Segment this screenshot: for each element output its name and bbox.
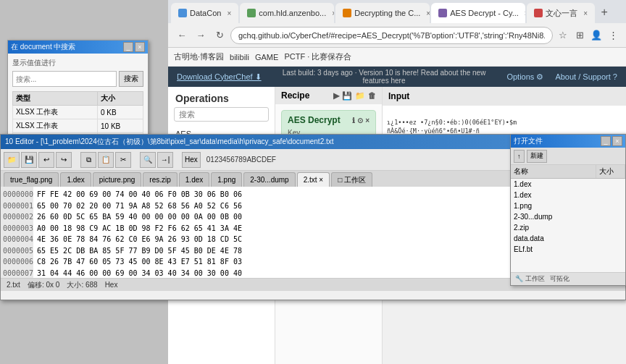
list-item[interactable]: 2-30...dump: [511, 211, 625, 222]
hex-tab-1dex[interactable]: 1.dex: [60, 172, 91, 187]
hex-tab-2txt[interactable]: 2.txt ×: [297, 172, 330, 187]
hex-status-encoding: Hex: [105, 281, 118, 289]
files-up-btn[interactable]: ↑: [514, 150, 525, 163]
tab-close-wenxin[interactable]: ×: [583, 9, 588, 17]
hex-find-btn[interactable]: 🔍: [140, 152, 156, 168]
hex-cut-btn[interactable]: ✂: [115, 152, 131, 168]
settings-icon[interactable]: ⋮: [606, 28, 620, 43]
new-tab-btn[interactable]: +: [596, 4, 612, 20]
about-btn[interactable]: About / Support ?: [555, 72, 617, 81]
recipe-load-icon[interactable]: 📁: [355, 91, 365, 101]
recipe-play-icon[interactable]: ▶: [333, 91, 339, 101]
hex-goto-btn[interactable]: →|: [157, 152, 173, 168]
doc-search-close[interactable]: ×: [135, 42, 145, 52]
col-type: 类型: [13, 92, 98, 106]
cell-size: 10 KB: [98, 119, 143, 133]
bookmark-gumingdi[interactable]: 古明地·博客园: [174, 51, 224, 62]
hex-undo-btn[interactable]: ↩: [38, 152, 54, 168]
files-col-size: 大小: [596, 165, 625, 178]
table-row[interactable]: XLSX 工作表 10 KB: [13, 119, 143, 133]
recipe-card-disable[interactable]: ⊙: [357, 117, 363, 124]
tab-close-datacon[interactable]: ×: [227, 9, 231, 17]
hex-tab-1png[interactable]: 1.png: [211, 172, 242, 187]
list-item[interactable]: 1.dex: [511, 190, 625, 200]
toolbar-icons: ☆ ⊞ 👤 ⋮: [556, 28, 620, 43]
hex-copy-btn[interactable]: ⧉: [80, 152, 96, 168]
browser-tab-bar: DataCon × com.hld.anzenbo... × Decryptin…: [168, 0, 626, 23]
file-manager-titlebar: 打开文件 _ ×: [511, 135, 625, 148]
extensions-icon[interactable]: ⊞: [572, 28, 587, 43]
recipe-card-icons: ℹ ⊙ ×: [352, 117, 370, 124]
forward-btn[interactable]: →: [193, 27, 209, 43]
cyberchef-bar: Download CyberChef ⬇ Last build: 3 days …: [168, 67, 626, 87]
hex-redo-btn[interactable]: ↪: [56, 152, 72, 168]
recipe-card-remove[interactable]: ×: [365, 117, 370, 124]
tab-label-datacon: DataCon: [190, 9, 221, 17]
doc-search-btn[interactable]: 搜索: [119, 71, 143, 87]
profile-icon[interactable]: 👤: [589, 28, 604, 43]
tab-close-aes[interactable]: ×: [525, 9, 525, 17]
doc-search-controls: _ ×: [123, 42, 145, 52]
bookmark-bilibili[interactable]: bilibili: [230, 53, 249, 62]
hex-tab-dump[interactable]: 2-30...dump: [243, 172, 295, 187]
doc-search-hint: 显示值值进行: [12, 58, 143, 68]
doc-search-minimize[interactable]: _: [123, 42, 133, 52]
hex-tab-1dex2[interactable]: 1.dex: [179, 172, 209, 187]
browser-tab-anzenbo[interactable]: com.hld.anzenbo... ×: [240, 3, 334, 23]
doc-search-row: 搜索: [12, 71, 143, 87]
operations-search[interactable]: [174, 107, 269, 122]
list-item[interactable]: 1.dex: [511, 179, 625, 190]
build-info: Last build: 3 days ago · Version 10 is h…: [273, 69, 496, 85]
operations-title: Operations: [168, 87, 275, 107]
back-btn[interactable]: ←: [174, 27, 190, 43]
browser-toolbar: ← → ↻ ☆ ⊞ 👤 ⋮: [168, 23, 626, 48]
doc-search-input[interactable]: [12, 71, 117, 87]
recipe-clear-icon[interactable]: 🗑: [368, 91, 376, 101]
address-bar[interactable]: [230, 27, 553, 44]
hex-open-btn[interactable]: 📁: [4, 152, 20, 168]
options-btn[interactable]: Options ⚙: [506, 72, 543, 82]
hex-tab-flag[interactable]: true_flag.png: [4, 172, 59, 187]
cell-size: 0 KB: [98, 106, 143, 119]
browser-tab-wenxin[interactable]: 文心一言 ×: [527, 3, 595, 23]
file-manager-close[interactable]: ×: [612, 136, 622, 146]
hex-editor-title: 10 Editor - [\1_problem\2024位古石（初级）\第8bi…: [5, 137, 334, 147]
doc-search-titlebar: 在 document 中搜索 _ ×: [8, 41, 148, 54]
tab-label-wenxin: 文心一言: [546, 8, 577, 19]
hex-tab-workarea[interactable]: □ 工作区: [331, 172, 372, 187]
files-new-btn[interactable]: 新建: [527, 150, 547, 163]
hex-tab-picture[interactable]: picture.png: [93, 172, 141, 187]
recipe-card-info[interactable]: ℹ: [352, 117, 355, 124]
recipe-save-icon[interactable]: 💾: [342, 91, 352, 101]
table-row[interactable]: XLSX 工作表 0 KB: [13, 106, 143, 119]
browser-tab-aes[interactable]: AES Decrypt - Cy... ×: [431, 3, 525, 23]
file-manager-window: 打开文件 _ × ↑ 新建 名称 大小 1.dex 1.dex 1.png 2-…: [510, 134, 626, 286]
hex-paste-btn[interactable]: 📋: [98, 152, 114, 168]
list-item[interactable]: 1.png: [511, 200, 625, 211]
recipe-title: Recipe: [281, 90, 309, 101]
file-manager-title: 打开文件: [514, 136, 543, 146]
list-item[interactable]: ELf.bt: [511, 244, 625, 255]
file-manager-controls: _ ×: [601, 136, 622, 146]
hex-mode-btn[interactable]: Hex: [182, 152, 201, 168]
download-cyberchef[interactable]: Download CyberChef ⬇: [177, 72, 262, 82]
bookmark-pctf[interactable]: PCTF · 比赛保存合: [284, 51, 351, 62]
browser-tab-decrypt[interactable]: Decrypting the C... ×: [335, 3, 430, 23]
hex-save-btn[interactable]: 💾: [21, 152, 37, 168]
bookmark-icon[interactable]: ☆: [556, 28, 570, 43]
bookmark-game[interactable]: GAME: [255, 53, 278, 62]
list-item[interactable]: 2.zip: [511, 222, 625, 233]
hex-bytes[interactable]: FF FE 42 00 69 00 74 00 40 06 F0 0B 30 0…: [33, 187, 553, 278]
hex-tab-reszip[interactable]: res.zip: [143, 172, 177, 187]
tab-close-decrypt[interactable]: ×: [426, 9, 430, 17]
recipe-card-title: AES Decrypt ℹ ⊙ ×: [288, 115, 370, 125]
tab-label-aes: AES Decrypt - Cy...: [450, 9, 519, 17]
files-toolbar: ↑ 新建: [511, 148, 625, 165]
files-list: 1.dex 1.dex 1.png 2-30...dump 2.zip data…: [511, 179, 625, 272]
list-item[interactable]: data.data: [511, 233, 625, 244]
file-manager-minimize[interactable]: _: [601, 136, 611, 146]
browser-tab-datacon[interactable]: DataCon ×: [171, 3, 238, 23]
hex-offsets: 00000000 00000010 00000020 00000030 0000…: [1, 187, 33, 278]
reload-btn[interactable]: ↻: [212, 27, 228, 43]
tab-close-anzenbo[interactable]: ×: [332, 9, 334, 17]
